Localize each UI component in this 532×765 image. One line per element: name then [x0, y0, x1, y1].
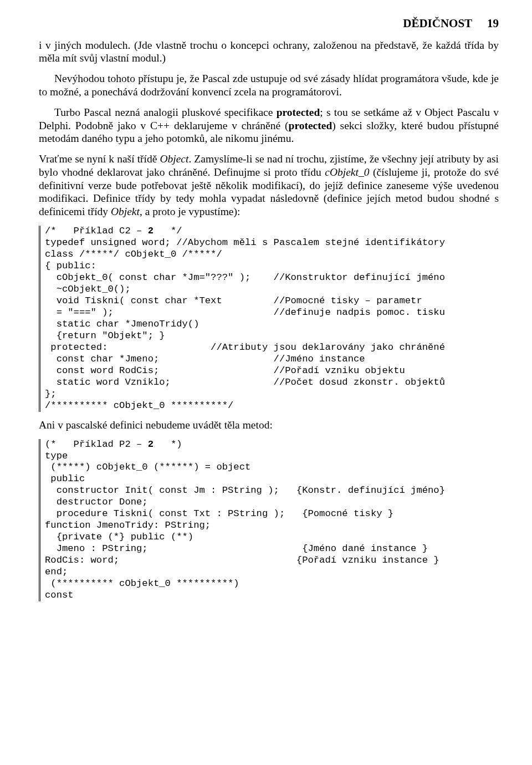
code-block-2: (* Příklad P2 – 2 *) type (*****) cObjek…: [39, 439, 499, 602]
p3-it1: Object: [160, 153, 188, 165]
paragraph-2b: Turbo Pascal nezná analogii pluskové spe…: [39, 106, 499, 145]
p2b-kw: protected: [277, 106, 320, 118]
page-number: 19: [487, 17, 499, 31]
p2b-pre: Turbo Pascal nezná analogii pluskové spe…: [54, 106, 277, 118]
p3-it3: Objekt: [111, 206, 140, 217]
code-block-1: /* Příklad C2 – 2 */ typedef unsigned wo…: [39, 226, 499, 412]
p3-pre: Vraťme se nyní k naší třídě: [39, 153, 160, 165]
paragraph-4-text: Ani v pascalské definici nebudeme uvádět…: [39, 419, 273, 431]
p2b-kw2: protected: [289, 120, 332, 131]
p3-post: , a proto je vypustíme):: [140, 206, 240, 217]
code-block-1-content: /* Příklad C2 – 2 */ typedef unsigned wo…: [45, 226, 445, 411]
paragraph-2a: Nevýhodou tohoto přístupu je, že Pascal …: [39, 72, 499, 99]
paragraph-4: Ani v pascalské definici nebudeme uvádět…: [39, 419, 499, 432]
header-title: DĚDIČNOST: [403, 17, 472, 30]
paragraph-3: Vraťme se nyní k naší třídě Object. Zamy…: [39, 152, 499, 218]
page-header: DĚDIČNOST 19: [39, 17, 499, 31]
paragraph-2a-text: Nevýhodou tohoto přístupu je, že Pascal …: [39, 73, 499, 98]
paragraph-1-text: i v jiných modulech. (Jde vlastně trochu…: [39, 39, 499, 64]
p3-it2: cObjekt_0: [325, 166, 369, 178]
paragraph-1: i v jiných modulech. (Jde vlastně trochu…: [39, 39, 499, 65]
code-block-2-content: (* Příklad P2 – 2 *) type (*****) cObjek…: [45, 439, 445, 601]
